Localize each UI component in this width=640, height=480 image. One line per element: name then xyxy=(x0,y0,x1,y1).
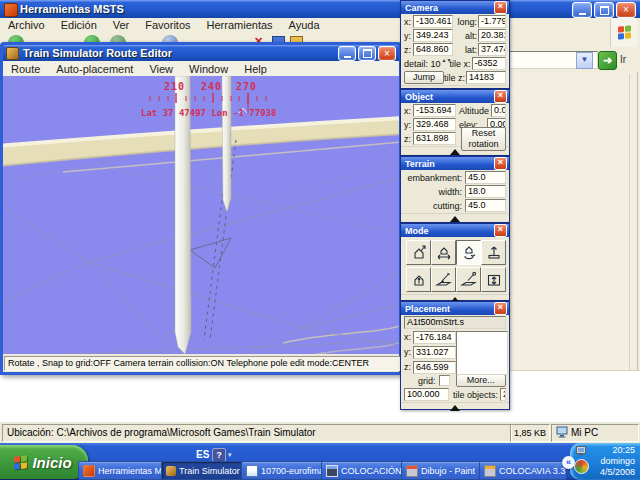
paint-terrain-icon xyxy=(435,271,453,289)
mode-button-move-object[interactable] xyxy=(431,240,456,265)
mode-button-terrain-height[interactable] xyxy=(481,267,506,292)
placement-panel: Placement× A1t500mStrt.s x: -176.184 y: … xyxy=(400,301,510,410)
jump-button[interactable]: Jump xyxy=(404,71,444,84)
mode-button-sample-terrain[interactable] xyxy=(456,267,481,292)
placement-listbox[interactable] xyxy=(456,331,508,375)
object-y-field[interactable]: 329.468 xyxy=(413,118,456,131)
menu-ayuda[interactable]: Ayuda xyxy=(281,19,328,31)
terrain-collapse-button[interactable] xyxy=(401,213,509,223)
camera-alt-field[interactable]: 20.381 xyxy=(478,29,506,42)
terrain-panel: Terrain× embankment:45.0 width:18.0 cutt… xyxy=(400,156,510,223)
placement-y-field[interactable]: 331.027 xyxy=(413,346,456,359)
taskbar-button-paint[interactable]: Dibujo - Paint xyxy=(401,461,485,480)
route-editor-titlebar[interactable]: Train Simulator Route Editor × xyxy=(3,45,399,61)
tray-display-icon[interactable] xyxy=(576,446,587,456)
menu-favoritos[interactable]: Favoritos xyxy=(137,19,198,31)
camera-z-field[interactable]: 648.860 xyxy=(413,43,453,56)
taskbar-button-eurofima[interactable]: 10700-eurofima... xyxy=(241,461,327,480)
start-button[interactable]: Inicio xyxy=(0,445,88,479)
re-maximize-button[interactable] xyxy=(358,46,376,61)
taskbar-button-herramientas[interactable]: Herramientas M... xyxy=(78,461,167,480)
more-button[interactable]: More... xyxy=(456,374,506,387)
menu-route[interactable]: Route xyxy=(3,63,48,75)
status-zone: Mi PC xyxy=(551,424,639,442)
menu-herramientas[interactable]: Herramientas xyxy=(199,19,281,31)
placement-close-button[interactable]: × xyxy=(494,302,507,315)
close-button[interactable]: × xyxy=(616,2,636,18)
viewport-3d[interactable]: 210 240 270 Lat 37 47497 Lon -1 77938 xyxy=(3,76,399,354)
close-icon: × xyxy=(623,5,629,15)
language-indicator[interactable]: ES xyxy=(196,449,209,460)
menu-help[interactable]: Help xyxy=(236,63,275,75)
go-label[interactable]: Ir xyxy=(620,54,626,65)
camera-detail-spinner[interactable]: ▲▼ xyxy=(442,58,450,69)
re-close-button[interactable]: × xyxy=(378,46,396,61)
reset-rotation-button[interactable]: Reset rotation xyxy=(461,127,506,151)
tools-menubar: Archivo Edición Ver Favoritos Herramient… xyxy=(0,18,640,32)
camera-tilez-field[interactable]: 14183 xyxy=(466,71,506,84)
menu-window[interactable]: Window xyxy=(181,63,236,75)
mode-close-button[interactable]: × xyxy=(494,224,507,237)
clock-day: domingo xyxy=(600,456,635,466)
flag-red xyxy=(618,26,624,33)
re-minimize-button[interactable] xyxy=(338,46,356,61)
mode-panel-titlebar[interactable]: Mode× xyxy=(401,224,509,237)
go-button[interactable]: ➜ xyxy=(598,51,617,70)
object-altitude-label: Altitude xyxy=(459,106,489,116)
tray-messenger-icon[interactable] xyxy=(574,459,589,474)
rotate-object-icon xyxy=(460,244,478,262)
camera-close-button[interactable]: × xyxy=(494,1,507,14)
minimize-button[interactable] xyxy=(572,2,592,18)
mode-button-paint-terrain[interactable] xyxy=(431,267,456,292)
camera-y-label: y: xyxy=(404,31,413,41)
mode-button-place-object[interactable] xyxy=(406,240,431,265)
address-dropdown-icon[interactable]: ▼ xyxy=(576,52,593,69)
placement-x-field[interactable]: -176.184 xyxy=(413,331,456,344)
mode-button-object-info[interactable] xyxy=(406,267,431,292)
embankment-field[interactable]: 45.0 xyxy=(465,171,506,184)
paint-task-icon xyxy=(406,465,418,477)
taskbar-button-colocacion[interactable]: COLOCACIÓN ... xyxy=(321,461,407,480)
placement-z-label: z: xyxy=(404,362,411,372)
language-options-icon[interactable]: ▾ xyxy=(228,451,232,459)
menu-view[interactable]: View xyxy=(141,63,181,75)
spacing-field[interactable]: 100.000 xyxy=(404,388,449,401)
placement-collapse-button[interactable] xyxy=(401,402,509,412)
desktop-screen: Herramientas MSTS × Archivo Edición Ver … xyxy=(0,0,640,480)
object-z-field[interactable]: 631.898 xyxy=(413,132,456,145)
language-help-icon[interactable]: ? xyxy=(212,448,226,462)
document-task-icon xyxy=(246,465,258,477)
tools-window-titlebar[interactable]: Herramientas MSTS × xyxy=(0,0,640,18)
taskbar-button-colocavia[interactable]: COLOCAVIA 3.3... xyxy=(479,461,567,480)
menu-ver[interactable]: Ver xyxy=(105,19,138,31)
menu-edicion[interactable]: Edición xyxy=(53,19,105,31)
mode-button-raise-lower-object[interactable] xyxy=(481,240,506,265)
start-label: Inicio xyxy=(32,454,71,471)
taskbar-button-train-simulator[interactable]: Train Simulator .... xyxy=(161,461,247,480)
terrain-close-icon: × xyxy=(498,157,503,167)
object-close-button[interactable]: × xyxy=(494,90,507,103)
cutting-field[interactable]: 45.0 xyxy=(465,199,506,212)
camera-long-field[interactable]: -1.77938 xyxy=(478,15,506,28)
camera-panel-titlebar[interactable]: Camera× xyxy=(401,1,509,14)
camera-tilex-field[interactable]: -6352 xyxy=(472,57,506,70)
placement-panel-titlebar[interactable]: Placement× xyxy=(401,302,509,315)
grid-checkbox[interactable] xyxy=(439,375,450,386)
placement-z-field[interactable]: 646.599 xyxy=(413,361,456,374)
menu-auto-placement[interactable]: Auto-placement xyxy=(48,63,141,75)
camera-lat-field[interactable]: 37.47497 xyxy=(478,43,506,56)
object-panel-titlebar[interactable]: Object× xyxy=(401,90,509,103)
camera-y-field[interactable]: 349.243 xyxy=(413,29,453,42)
mode-button-rotate-object[interactable] xyxy=(456,240,481,265)
placement-object-name-field[interactable]: A1t500mStrt.s xyxy=(404,316,506,329)
telephone-pole-right[interactable] xyxy=(222,76,231,212)
camera-x-field[interactable]: -130.461 xyxy=(413,15,453,28)
width-field[interactable]: 18.0 xyxy=(465,185,506,198)
maximize-button[interactable] xyxy=(594,2,614,18)
menu-archivo[interactable]: Archivo xyxy=(0,19,53,31)
terrain-panel-titlebar[interactable]: Terrain× xyxy=(401,157,509,170)
terrain-close-button[interactable]: × xyxy=(494,157,507,170)
object-altitude-field[interactable]: 0.000 xyxy=(491,104,506,117)
object-x-field[interactable]: -153.694 xyxy=(413,104,456,117)
tile-objects-field[interactable]: 2 xyxy=(500,388,506,401)
